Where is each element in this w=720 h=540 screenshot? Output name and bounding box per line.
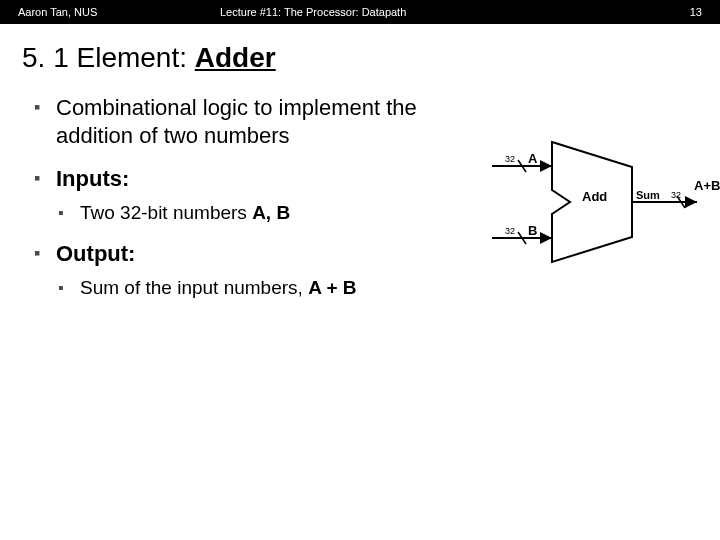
label-add: Add bbox=[582, 189, 607, 204]
author-text: Aaron Tan, NUS bbox=[18, 6, 97, 18]
inputs-bold: A, B bbox=[252, 202, 290, 223]
title-prefix: 5. 1 Element: bbox=[22, 42, 195, 73]
output-bold: A + B bbox=[308, 277, 356, 298]
page-number: 13 bbox=[690, 6, 702, 18]
lecture-title: Lecture #11: The Processor: Datapath bbox=[220, 6, 406, 18]
inputs-sublist: Two 32-bit numbers A, B bbox=[58, 201, 476, 225]
inputs-text: Two 32-bit numbers bbox=[80, 202, 252, 223]
width-a: 32 bbox=[505, 154, 515, 164]
adder-svg bbox=[482, 142, 720, 272]
width-b: 32 bbox=[505, 226, 515, 236]
output-item: Sum of the input numbers, A + B bbox=[58, 276, 476, 300]
output-label: Output: bbox=[56, 241, 135, 266]
output-sublist: Sum of the input numbers, A + B bbox=[58, 276, 476, 300]
bullet-combinational: Combinational logic to implement the add… bbox=[34, 94, 476, 149]
adder-diagram: A 32 B 32 Add Sum A+B 32 bbox=[482, 142, 720, 272]
width-out: 32 bbox=[671, 190, 681, 200]
bullet-output: Output: Sum of the input numbers, A + B bbox=[34, 240, 476, 299]
title-main: Adder bbox=[195, 42, 276, 73]
bullet-inputs: Inputs: Two 32-bit numbers A, B bbox=[34, 165, 476, 224]
inputs-label: Inputs: bbox=[56, 166, 129, 191]
label-a: A bbox=[528, 151, 537, 166]
output-text: Sum of the input numbers, bbox=[80, 277, 308, 298]
page-title: 5. 1 Element: Adder bbox=[22, 42, 720, 74]
inputs-item: Two 32-bit numbers A, B bbox=[58, 201, 476, 225]
slide-header: Aaron Tan, NUS Lecture #11: The Processo… bbox=[0, 0, 720, 24]
label-b: B bbox=[528, 223, 537, 238]
label-apb: A+B bbox=[694, 178, 720, 193]
label-sum: Sum bbox=[636, 189, 660, 201]
slide-body: Combinational logic to implement the add… bbox=[34, 94, 700, 300]
